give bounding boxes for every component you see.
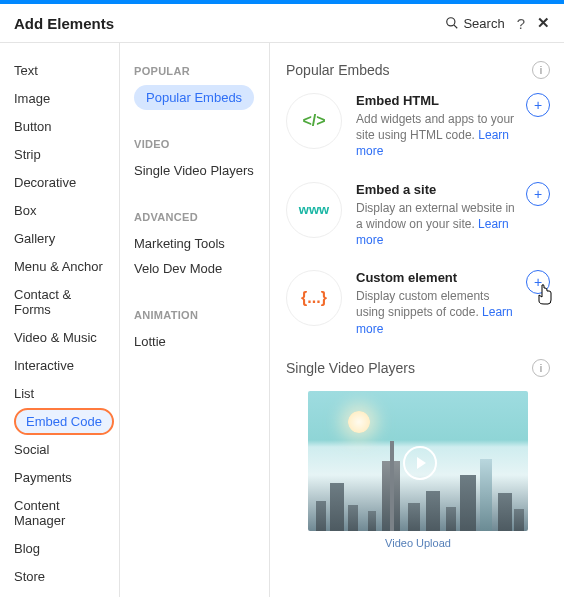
content-pane: Popular Embeds i </>Embed HTMLAdd widget…: [270, 43, 564, 597]
sun-graphic: [348, 411, 370, 433]
subcategory-item[interactable]: Popular Embeds: [134, 85, 254, 110]
embed-row: </>Embed HTMLAdd widgets and apps to you…: [286, 93, 550, 160]
category-item[interactable]: Box: [14, 197, 119, 224]
video-caption[interactable]: Video Upload: [286, 537, 550, 549]
category-item[interactable]: Payments: [14, 464, 119, 491]
embed-title: Embed HTML: [356, 93, 518, 108]
svg-line-1: [454, 25, 457, 28]
group-heading: ANIMATION: [134, 309, 259, 321]
pointer-cursor-icon: [535, 283, 555, 305]
video-thumbnail[interactable]: [308, 391, 528, 531]
subcategory-item[interactable]: Single Video Players: [134, 158, 259, 183]
category-item[interactable]: Video & Music: [14, 324, 119, 351]
embed-body: Custom elementDisplay custom elements us…: [356, 270, 518, 337]
category-item[interactable]: Blog: [14, 535, 119, 562]
embed-row: wwwEmbed a siteDisplay an external websi…: [286, 182, 550, 249]
subcategory-item[interactable]: Marketing Tools: [134, 231, 259, 256]
embed-list: </>Embed HTMLAdd widgets and apps to you…: [286, 93, 550, 337]
add-button[interactable]: +: [526, 270, 550, 294]
category-item[interactable]: Contact & Forms: [14, 281, 119, 323]
search-icon: [445, 16, 459, 30]
embed-icon: www: [286, 182, 342, 238]
embed-icon: {...}: [286, 270, 342, 326]
group-heading: POPULAR: [134, 65, 259, 77]
play-icon: [403, 446, 437, 480]
category-item[interactable]: Social: [14, 436, 119, 463]
group-heading: ADVANCED: [134, 211, 259, 223]
embed-body: Embed HTMLAdd widgets and apps to your s…: [356, 93, 518, 160]
subcategory-item[interactable]: Velo Dev Mode: [134, 256, 259, 281]
close-button[interactable]: ✕: [537, 14, 550, 32]
section-header-popular: Popular Embeds i: [286, 61, 550, 79]
category-item[interactable]: Text: [14, 57, 119, 84]
info-icon[interactable]: i: [532, 359, 550, 377]
category-item[interactable]: Button: [14, 113, 119, 140]
category-item[interactable]: Interactive: [14, 352, 119, 379]
category-item[interactable]: Bookings: [14, 591, 119, 597]
panel-root: Add Elements Search ? ✕ TextImageButtonS…: [0, 0, 564, 600]
embed-icon: </>: [286, 93, 342, 149]
embed-description: Display custom elements using snippets o…: [356, 288, 518, 337]
subcategory-item[interactable]: Lottie: [134, 329, 259, 354]
learn-more-link[interactable]: Learn more: [356, 305, 513, 335]
search-button[interactable]: Search: [445, 16, 504, 31]
panel-title: Add Elements: [14, 15, 114, 32]
help-button[interactable]: ?: [517, 15, 525, 32]
category-item[interactable]: Gallery: [14, 225, 119, 252]
embed-row: {...}Custom elementDisplay custom elemen…: [286, 270, 550, 337]
panel-body: TextImageButtonStripDecorativeBoxGallery…: [0, 43, 564, 597]
group-heading: VIDEO: [134, 138, 259, 150]
search-label: Search: [463, 16, 504, 31]
category-list: TextImageButtonStripDecorativeBoxGallery…: [0, 43, 120, 597]
embed-title: Embed a site: [356, 182, 518, 197]
embed-body: Embed a siteDisplay an external website …: [356, 182, 518, 249]
category-item[interactable]: Content Manager: [14, 492, 119, 534]
category-item[interactable]: Embed Code: [14, 408, 114, 435]
category-item[interactable]: List: [14, 380, 119, 407]
category-item[interactable]: Store: [14, 563, 119, 590]
learn-more-link[interactable]: Learn more: [356, 128, 509, 158]
section-header-video: Single Video Players i: [286, 359, 550, 377]
svg-point-0: [447, 18, 455, 26]
section-title: Popular Embeds: [286, 62, 390, 78]
category-item[interactable]: Decorative: [14, 169, 119, 196]
section-title: Single Video Players: [286, 360, 415, 376]
embed-description: Add widgets and apps to your site using …: [356, 111, 518, 160]
category-item[interactable]: Image: [14, 85, 119, 112]
panel-header: Add Elements Search ? ✕: [0, 4, 564, 43]
learn-more-link[interactable]: Learn more: [356, 217, 509, 247]
embed-title: Custom element: [356, 270, 518, 285]
info-icon[interactable]: i: [532, 61, 550, 79]
category-item[interactable]: Strip: [14, 141, 119, 168]
embed-description: Display an external website in a window …: [356, 200, 518, 249]
subcategory-list: POPULARPopular EmbedsVIDEOSingle Video P…: [120, 43, 270, 597]
category-item[interactable]: Menu & Anchor: [14, 253, 119, 280]
add-button[interactable]: +: [526, 93, 550, 117]
add-button[interactable]: +: [526, 182, 550, 206]
